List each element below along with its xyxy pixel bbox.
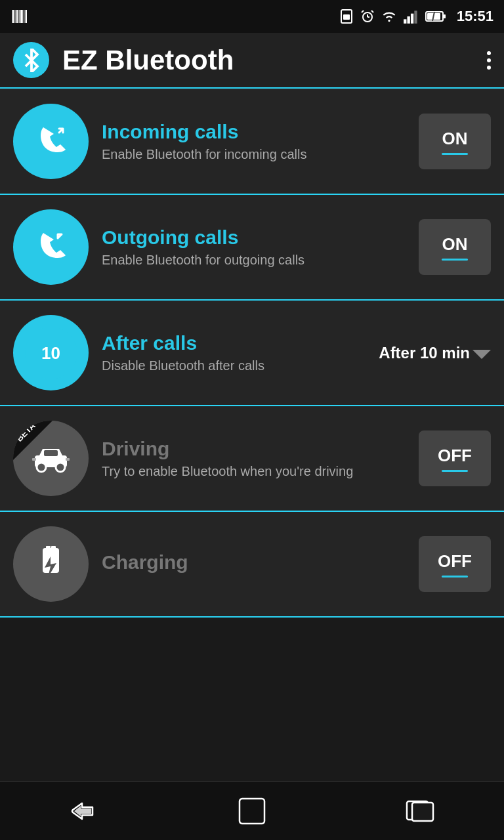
driving-desc: Try to enable Bluetooth when you're driv… bbox=[102, 464, 406, 479]
svg-rect-30 bbox=[46, 546, 51, 549]
driving-toggle-underline bbox=[442, 470, 468, 472]
driving-title: Driving bbox=[102, 438, 406, 460]
charging-icon-circle bbox=[13, 526, 89, 602]
home-button[interactable] bbox=[226, 791, 278, 831]
incoming-calls-icon bbox=[32, 122, 71, 161]
driving-icon-circle: BETA bbox=[13, 421, 89, 496]
driving-toggle[interactable]: OFF bbox=[419, 430, 491, 486]
svg-rect-27 bbox=[66, 458, 70, 461]
svg-rect-3 bbox=[19, 10, 20, 23]
after-calls-desc: Disable Bluetooth after calls bbox=[102, 358, 366, 373]
outgoing-calls-info: Outgoing calls Enable Bluetooth for outg… bbox=[102, 226, 406, 268]
after-calls-info: After calls Disable Bluetooth after call… bbox=[102, 332, 366, 373]
svg-rect-0 bbox=[12, 10, 14, 23]
back-button[interactable] bbox=[58, 791, 110, 831]
svg-point-24 bbox=[56, 463, 65, 472]
home-icon bbox=[237, 796, 267, 826]
app-title: EZ Bluetooth bbox=[62, 45, 487, 76]
svg-rect-4 bbox=[20, 10, 23, 23]
outgoing-calls-title: Outgoing calls bbox=[102, 226, 406, 249]
outgoing-calls-icon-circle bbox=[13, 209, 89, 285]
svg-line-13 bbox=[371, 10, 373, 12]
after-calls-value: After 10 min bbox=[379, 344, 470, 362]
charging-title: Charging bbox=[102, 551, 406, 574]
charging-info: Charging bbox=[102, 551, 406, 578]
svg-rect-8 bbox=[343, 14, 350, 20]
incoming-calls-info: Incoming calls Enable Bluetooth for inco… bbox=[102, 121, 406, 162]
after-calls-dropdown-arrow bbox=[472, 350, 491, 359]
svg-rect-34 bbox=[412, 803, 433, 821]
svg-rect-32 bbox=[240, 799, 264, 824]
after-calls-title: After calls bbox=[102, 332, 366, 354]
charging-card[interactable]: Charging OFF bbox=[0, 512, 504, 618]
incoming-calls-toggle[interactable]: ON bbox=[419, 114, 491, 169]
incoming-calls-toggle-label: ON bbox=[442, 129, 468, 149]
battery-icon bbox=[425, 9, 446, 24]
outgoing-calls-card[interactable]: Outgoing calls Enable Bluetooth for outg… bbox=[0, 195, 504, 301]
charging-icon bbox=[33, 545, 69, 584]
charging-toggle[interactable]: OFF bbox=[419, 536, 491, 592]
more-dot-2 bbox=[487, 58, 491, 62]
timer-number: 10 bbox=[41, 345, 60, 362]
outgoing-calls-toggle[interactable]: ON bbox=[419, 219, 491, 275]
barcode-icon bbox=[10, 7, 30, 26]
main-content: Incoming calls Enable Bluetooth for inco… bbox=[0, 89, 504, 781]
outgoing-calls-toggle-label: ON bbox=[442, 234, 468, 255]
svg-rect-17 bbox=[414, 10, 417, 24]
charging-toggle-label: OFF bbox=[438, 551, 472, 572]
driving-info: Driving Try to enable Bluetooth when you… bbox=[102, 438, 406, 479]
incoming-calls-title: Incoming calls bbox=[102, 121, 406, 143]
driving-card[interactable]: BETA Driving Try to enable Bluetooth whe… bbox=[0, 406, 504, 512]
svg-rect-19 bbox=[444, 14, 446, 18]
status-bar-left-icons bbox=[10, 7, 30, 26]
status-time: 15:51 bbox=[457, 8, 494, 25]
svg-line-12 bbox=[362, 10, 364, 12]
sim-icon bbox=[339, 9, 354, 24]
bluetooth-logo-circle bbox=[13, 42, 49, 78]
svg-rect-5 bbox=[24, 10, 24, 23]
alarm-icon bbox=[360, 9, 375, 24]
more-dot-3 bbox=[487, 66, 491, 70]
svg-rect-2 bbox=[16, 10, 18, 23]
driving-toggle-label: OFF bbox=[438, 446, 472, 466]
incoming-calls-desc: Enable Bluetooth for incoming calls bbox=[102, 147, 406, 162]
wifi-icon bbox=[381, 9, 398, 24]
back-icon bbox=[68, 799, 100, 823]
bottom-nav bbox=[0, 781, 504, 840]
svg-rect-14 bbox=[404, 19, 406, 24]
charging-toggle-underline bbox=[442, 576, 468, 578]
incoming-calls-card[interactable]: Incoming calls Enable Bluetooth for inco… bbox=[0, 89, 504, 195]
svg-rect-31 bbox=[51, 546, 56, 549]
more-dot-1 bbox=[487, 51, 491, 55]
app-header: EZ Bluetooth bbox=[0, 33, 504, 89]
more-menu-button[interactable] bbox=[487, 51, 491, 70]
svg-rect-16 bbox=[411, 14, 413, 24]
svg-point-23 bbox=[37, 463, 46, 472]
outgoing-calls-icon bbox=[32, 228, 71, 267]
status-bar: 15:51 bbox=[0, 0, 504, 33]
after-calls-icon-circle: 10 bbox=[13, 315, 89, 390]
timer-10-icon: 10 bbox=[25, 327, 77, 379]
outgoing-calls-desc: Enable Bluetooth for outgoing calls bbox=[102, 253, 406, 268]
signal-icon bbox=[403, 9, 420, 24]
after-calls-selector[interactable]: After 10 min bbox=[379, 344, 491, 362]
incoming-calls-icon-circle bbox=[13, 104, 89, 179]
after-calls-card[interactable]: 10 After calls Disable Bluetooth after c… bbox=[0, 301, 504, 406]
svg-rect-6 bbox=[26, 10, 28, 23]
recents-button[interactable] bbox=[394, 791, 446, 831]
status-icons: 15:51 bbox=[339, 8, 494, 25]
recents-icon bbox=[404, 798, 436, 824]
outgoing-calls-toggle-underline bbox=[442, 259, 468, 261]
svg-rect-15 bbox=[407, 16, 410, 24]
svg-rect-1 bbox=[14, 10, 15, 23]
bluetooth-logo-icon bbox=[20, 49, 43, 72]
incoming-calls-toggle-underline bbox=[442, 153, 468, 155]
